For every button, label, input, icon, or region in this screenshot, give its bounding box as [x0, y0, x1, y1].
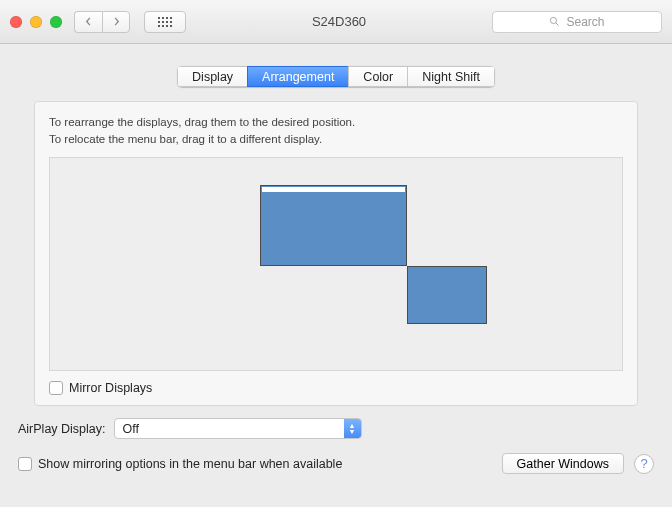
gather-windows-button[interactable]: Gather Windows — [502, 453, 624, 474]
show-all-button[interactable] — [144, 11, 186, 33]
menubar-option-label: Show mirroring options in the menu bar w… — [38, 457, 342, 471]
menubar-option-checkbox[interactable] — [18, 457, 32, 471]
display-primary[interactable] — [260, 185, 407, 266]
airplay-select[interactable]: Off ▲▼ — [114, 418, 362, 439]
mirror-displays-checkbox[interactable] — [49, 381, 63, 395]
tab-arrangement[interactable]: Arrangement — [247, 66, 348, 87]
search-input[interactable]: Search — [492, 11, 662, 33]
footer-row2: Show mirroring options in the menu bar w… — [18, 453, 654, 474]
tab-night-shift[interactable]: Night Shift — [407, 66, 495, 87]
back-button[interactable] — [74, 11, 102, 33]
nav-button-group — [74, 11, 130, 33]
tab-display[interactable]: Display — [177, 66, 247, 87]
search-icon — [549, 16, 560, 27]
airplay-value: Off — [115, 422, 344, 436]
footer: AirPlay Display: Off ▲▼ Show mirroring o… — [0, 418, 672, 488]
window-controls — [10, 16, 62, 28]
svg-line-1 — [556, 23, 559, 26]
minimize-icon[interactable] — [30, 16, 42, 28]
tab-color[interactable]: Color — [348, 66, 407, 87]
chevron-left-icon — [84, 17, 93, 26]
arrangement-pane: To rearrange the displays, drag them to … — [34, 101, 638, 406]
forward-button[interactable] — [102, 11, 130, 33]
instruction-line: To relocate the menu bar, drag it to a d… — [49, 131, 623, 148]
mirror-displays-row[interactable]: Mirror Displays — [49, 381, 623, 395]
tab-bar: Display Arrangement Color Night Shift — [18, 66, 654, 87]
search-placeholder: Search — [566, 15, 604, 29]
menubar-option-row[interactable]: Show mirroring options in the menu bar w… — [18, 457, 342, 471]
svg-point-0 — [551, 17, 557, 23]
mirror-displays-label: Mirror Displays — [69, 381, 152, 395]
close-icon[interactable] — [10, 16, 22, 28]
help-button[interactable]: ? — [634, 454, 654, 474]
grid-icon — [158, 17, 172, 27]
menubar-strip[interactable] — [262, 187, 405, 192]
content-area: Display Arrangement Color Night Shift To… — [0, 44, 672, 418]
airplay-row: AirPlay Display: Off ▲▼ — [18, 418, 654, 439]
titlebar: S24D360 Search — [0, 0, 672, 44]
instruction-line: To rearrange the displays, drag them to … — [49, 114, 623, 131]
chevron-right-icon — [112, 17, 121, 26]
airplay-label: AirPlay Display: — [18, 422, 106, 436]
window-title: S24D360 — [194, 14, 484, 29]
instruction-text: To rearrange the displays, drag them to … — [49, 114, 623, 147]
display-arrangement-area[interactable] — [49, 157, 623, 371]
displays-prefs-window: S24D360 Search Display Arrangement Color… — [0, 0, 672, 507]
updown-icon: ▲▼ — [344, 419, 361, 438]
display-secondary[interactable] — [407, 266, 487, 324]
zoom-icon[interactable] — [50, 16, 62, 28]
